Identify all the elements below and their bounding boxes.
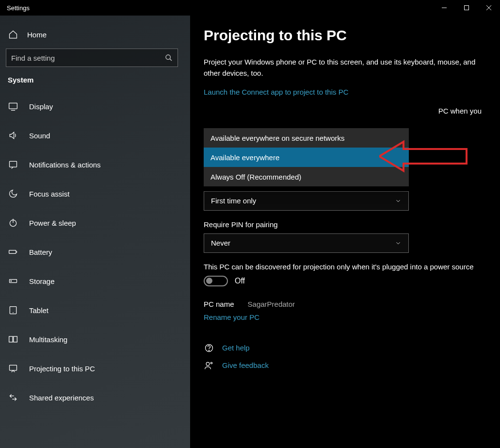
- multitasking-icon: [8, 334, 18, 345]
- discover-label: This PC can be discovered for projection…: [204, 263, 486, 271]
- get-help-label: Get help: [222, 344, 250, 352]
- svg-rect-1: [465, 6, 469, 10]
- svg-rect-6: [9, 103, 17, 109]
- sidebar-item-shared-experiences[interactable]: Shared experiences: [0, 383, 190, 412]
- page-description: Project your Windows phone or PC to this…: [204, 56, 486, 79]
- sidebar-item-label: Battery: [29, 248, 52, 256]
- sidebar-item-label: Power & sleep: [29, 219, 76, 227]
- titlebar: Settings: [0, 0, 500, 16]
- sidebar-item-label: Display: [29, 102, 53, 111]
- app-name: Settings: [0, 4, 30, 12]
- give-feedback-link[interactable]: Give feedback: [204, 360, 486, 371]
- sidebar: Home System Display Sound: [0, 16, 190, 448]
- svg-rect-17: [9, 336, 13, 342]
- sidebar-item-display[interactable]: Display: [0, 92, 190, 121]
- moon-icon: [8, 188, 18, 199]
- shared-experiences-icon: [8, 392, 18, 403]
- svg-rect-11: [9, 250, 16, 254]
- ask-project-value: First time only: [211, 197, 256, 205]
- chevron-down-icon: [395, 240, 402, 247]
- ask-project-select[interactable]: First time only: [204, 191, 409, 211]
- sidebar-item-label: Tablet: [29, 306, 48, 315]
- storage-icon: [8, 276, 18, 286]
- svg-point-21: [209, 350, 209, 350]
- svg-line-5: [170, 59, 172, 61]
- svg-rect-8: [10, 161, 17, 167]
- svg-point-23: [210, 362, 212, 364]
- sound-icon: [8, 130, 18, 141]
- home-icon: [8, 29, 18, 40]
- require-pin-value: Never: [211, 239, 230, 247]
- power-icon: [8, 217, 18, 228]
- minimize-button[interactable]: [433, 0, 455, 16]
- search-icon: [165, 54, 173, 62]
- pcname-value: SagarPredator: [248, 300, 295, 308]
- sidebar-item-label: Projecting to this PC: [29, 365, 95, 373]
- sidebar-item-tablet[interactable]: Tablet: [0, 296, 190, 325]
- svg-point-22: [206, 362, 210, 365]
- svg-rect-18: [14, 336, 17, 342]
- svg-point-4: [166, 55, 170, 59]
- close-button[interactable]: [478, 0, 500, 16]
- dropdown-option-everywhere[interactable]: Available everywhere: [204, 148, 409, 167]
- sidebar-item-label: Multitasking: [29, 335, 67, 344]
- sidebar-item-notifications[interactable]: Notifications & actions: [0, 150, 190, 179]
- svg-point-14: [11, 281, 12, 282]
- sidebar-item-power-sleep[interactable]: Power & sleep: [0, 208, 190, 237]
- sidebar-item-projecting[interactable]: Projecting to this PC: [0, 354, 190, 383]
- main-content: Projecting to this PC Project your Windo…: [190, 16, 500, 448]
- give-feedback-label: Give feedback: [222, 361, 269, 369]
- sidebar-item-sound[interactable]: Sound: [0, 121, 190, 150]
- section-heading: System: [0, 76, 190, 92]
- require-pin-label: Require PIN for pairing: [204, 220, 486, 229]
- help-icon: [204, 343, 214, 353]
- search-input[interactable]: [6, 49, 178, 67]
- maximize-button[interactable]: [455, 0, 478, 16]
- rename-pc-link[interactable]: Rename your PC: [204, 313, 486, 321]
- launch-connect-link[interactable]: Launch the Connect app to project to thi…: [204, 88, 486, 96]
- sidebar-item-label: Notifications & actions: [29, 161, 101, 169]
- partial-hidden-label: PC when you: [204, 107, 486, 115]
- sidebar-item-label: Focus assist: [29, 190, 69, 198]
- notifications-icon: [8, 159, 18, 170]
- search-field[interactable]: [11, 54, 165, 62]
- projection-availability-dropdown[interactable]: Available everywhere on secure networks …: [204, 128, 409, 186]
- display-icon: [8, 101, 18, 112]
- projecting-icon: [8, 363, 18, 374]
- home-button[interactable]: Home: [0, 24, 190, 49]
- dropdown-option-secure[interactable]: Available everywhere on secure networks: [204, 128, 409, 148]
- page-title: Projecting to this PC: [204, 27, 486, 44]
- get-help-link[interactable]: Get help: [204, 343, 486, 353]
- home-label: Home: [27, 31, 47, 39]
- svg-rect-19: [10, 365, 17, 370]
- sidebar-item-battery[interactable]: Battery: [0, 237, 190, 266]
- toggle-state-label: Off: [235, 277, 245, 285]
- require-pin-select[interactable]: Never: [204, 233, 409, 253]
- sidebar-item-label: Sound: [29, 132, 50, 140]
- discover-toggle[interactable]: [204, 276, 228, 286]
- battery-icon: [8, 247, 18, 257]
- sidebar-item-storage[interactable]: Storage: [0, 266, 190, 296]
- sidebar-item-label: Storage: [29, 277, 55, 285]
- sidebar-item-label: Shared experiences: [29, 394, 94, 402]
- dropdown-option-always-off[interactable]: Always Off (Recommended): [204, 167, 409, 186]
- sidebar-item-multitasking[interactable]: Multitasking: [0, 325, 190, 354]
- pcname-label: PC name: [204, 300, 234, 308]
- feedback-icon: [204, 360, 214, 371]
- tablet-icon: [8, 305, 18, 315]
- chevron-down-icon: [395, 198, 402, 204]
- sidebar-item-focus-assist[interactable]: Focus assist: [0, 179, 190, 208]
